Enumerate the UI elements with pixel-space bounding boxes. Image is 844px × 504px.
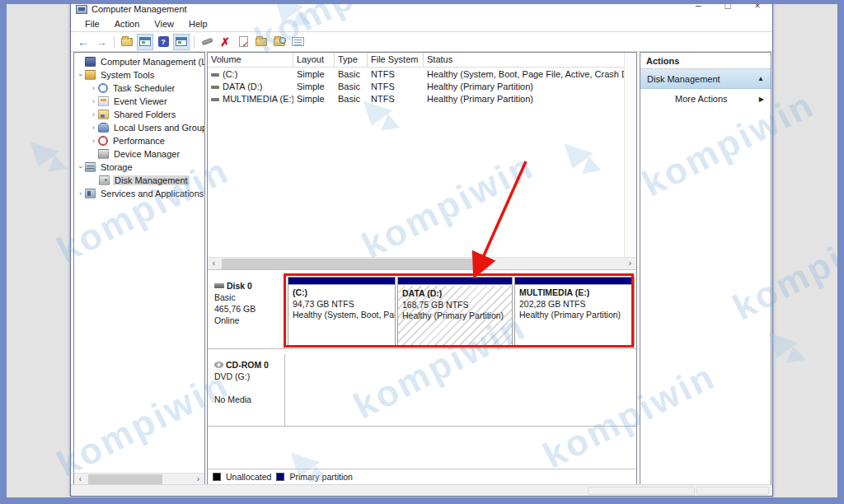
collapse-icon[interactable]: ▲ <box>757 75 764 82</box>
storage-icon <box>85 162 96 172</box>
actions-disk-management[interactable]: Disk Management ▲ <box>640 69 771 89</box>
export-folder-icon[interactable] <box>253 34 270 50</box>
status-bar <box>71 484 772 496</box>
tree-item-disk-management[interactable]: Disk Management <box>74 174 204 187</box>
scroll-right-icon[interactable]: › <box>624 258 636 270</box>
users-icon <box>98 123 109 133</box>
console-tree-panel: Computer Management (Local ›System Tools… <box>73 52 205 486</box>
tree-item-task-scheduler[interactable]: ›Task Scheduler <box>74 82 204 95</box>
column-header-volume[interactable]: Volume <box>208 53 293 67</box>
tree-item-computer-management[interactable]: Computer Management (Local <box>74 55 204 68</box>
tree-item-device-manager[interactable]: Device Manager <box>74 147 204 161</box>
partition-multimedia[interactable]: MULTIMEDIA (E:) 202,28 GB NTFS Healthy (… <box>514 277 635 346</box>
maximize-button[interactable]: □ <box>713 0 743 16</box>
system-tools-icon <box>85 70 96 80</box>
app-icon <box>76 5 87 14</box>
cdrom-row: CD-ROM 0 DVD (G:) No Media <box>208 354 636 427</box>
partition-legend: Unallocated Primary partition <box>208 469 636 485</box>
performance-icon <box>98 136 108 146</box>
unallocated-swatch <box>213 473 221 481</box>
graphical-view-pane: Disk 0 Basic 465,76 GB Online (C:) 94,73… <box>208 270 636 486</box>
event-viewer-icon <box>98 96 109 106</box>
computer-icon <box>85 57 96 67</box>
menu-view[interactable]: View <box>147 19 181 29</box>
device-manager-icon <box>98 149 109 159</box>
action-tool-icon[interactable] <box>199 34 215 50</box>
find-folder-icon[interactable] <box>271 34 288 50</box>
tree-item-services-applications[interactable]: ›Services and Applications <box>74 187 204 200</box>
properties-icon[interactable] <box>235 34 251 50</box>
console-window-icon[interactable] <box>137 34 153 50</box>
kompiwin-logo-icon <box>769 326 808 372</box>
toolbar: ← → ? ✗ <box>71 32 772 52</box>
volume-list-pane: Volume Layout Type File System Status (C… <box>208 53 636 270</box>
primary-partition-bar <box>515 278 634 285</box>
column-header-file-system[interactable]: File System <box>368 53 424 67</box>
legend-primary-label: Primary partition <box>289 472 352 482</box>
cdrom-media: No Media <box>214 394 281 405</box>
tree-item-storage[interactable]: ›Storage <box>74 161 204 174</box>
up-folder-icon[interactable] <box>119 34 135 50</box>
volume-icon <box>211 73 219 77</box>
menu-file[interactable]: File <box>77 19 107 29</box>
tree-item-local-users-groups[interactable]: ›Local Users and Groups <box>74 121 204 134</box>
chevron-collapsed-icon[interactable]: › <box>89 124 98 132</box>
forward-icon[interactable]: → <box>93 34 110 50</box>
volume-row-c[interactable]: (C:) Simple Basic NTFS Healthy (System, … <box>208 68 636 80</box>
tree-item-shared-folders[interactable]: ›Shared Folders <box>74 108 204 121</box>
volume-row-multimedia[interactable]: MULTIMEDIA (E:) Simple Basic NTFS Health… <box>208 92 636 105</box>
scroll-left-icon[interactable]: ‹ <box>208 258 220 270</box>
cdrom-icon <box>214 362 223 368</box>
scrollbar-thumb[interactable] <box>222 259 488 269</box>
toolbar-separator <box>114 35 115 49</box>
title-bar[interactable]: Computer Management – □ × <box>71 0 772 16</box>
show-window-icon[interactable] <box>173 34 190 50</box>
status-bar-segment <box>588 487 695 495</box>
volume-row-data[interactable]: DATA (D:) Simple Basic NTFS Healthy (Pri… <box>208 80 636 92</box>
chevron-collapsed-icon[interactable]: › <box>89 97 98 105</box>
volume-icon <box>211 86 219 89</box>
close-button[interactable]: × <box>743 0 772 16</box>
shared-folders-icon <box>98 110 109 119</box>
tree-horizontal-scrollbar[interactable]: ‹ › <box>74 473 204 485</box>
chevron-collapsed-icon[interactable]: › <box>89 84 98 92</box>
tree-item-performance[interactable]: ›Performance <box>74 134 204 147</box>
services-icon <box>85 189 96 198</box>
chevron-expanded-icon[interactable]: › <box>77 163 85 172</box>
chevron-collapsed-icon[interactable]: › <box>89 137 98 145</box>
partition-c[interactable]: (C:) 94,73 GB NTFS Healthy (System, Boot… <box>288 277 396 346</box>
partition-data[interactable]: DATA (D:) 168,75 GB NTFS Healthy (Primar… <box>397 277 513 346</box>
help-icon[interactable]: ? <box>155 34 171 50</box>
toolbar-separator <box>194 35 195 49</box>
column-header-layout[interactable]: Layout <box>293 53 335 67</box>
column-header-type[interactable]: Type <box>335 53 368 67</box>
task-scheduler-icon <box>98 83 108 93</box>
chevron-collapsed-icon[interactable]: › <box>89 110 98 119</box>
volume-list-header: Volume Layout Type File System Status <box>208 53 636 68</box>
status-bar-segment <box>696 487 769 495</box>
chevron-collapsed-icon[interactable]: › <box>76 189 85 198</box>
disk0-label[interactable]: Disk 0 Basic 465,76 GB Online <box>209 275 285 348</box>
menu-help[interactable]: Help <box>181 19 215 29</box>
back-icon[interactable]: ← <box>75 34 91 50</box>
tree-item-system-tools[interactable]: ›System Tools <box>74 68 204 82</box>
tree-item-event-viewer[interactable]: ›Event Viewer <box>74 95 204 108</box>
actions-header: Actions <box>640 53 771 69</box>
disk-icon <box>214 283 224 288</box>
scrollbar-thumb[interactable] <box>88 474 162 485</box>
primary-partition-bar <box>288 278 395 285</box>
disk0-row: Disk 0 Basic 465,76 GB Online (C:) 94,73… <box>208 275 636 349</box>
kompiwin-logo-icon <box>30 135 69 181</box>
menu-action[interactable]: Action <box>107 19 148 29</box>
chevron-expanded-icon[interactable]: › <box>77 71 85 80</box>
minimize-button[interactable]: – <box>683 0 713 16</box>
details-view-icon[interactable] <box>289 34 306 50</box>
volume-list-horizontal-scrollbar[interactable]: ‹ › <box>208 257 636 269</box>
volume-list-vertical-scrollbar[interactable] <box>624 53 636 257</box>
content-area: Computer Management (Local ›System Tools… <box>71 52 772 486</box>
column-header-status[interactable]: Status <box>424 53 636 67</box>
delete-icon[interactable]: ✗ <box>217 34 233 50</box>
actions-panel: Actions Disk Management ▲ More Actions ▶ <box>640 52 771 486</box>
more-actions[interactable]: More Actions ▶ <box>640 89 771 109</box>
cdrom-label[interactable]: CD-ROM 0 DVD (G:) No Media <box>209 354 285 426</box>
